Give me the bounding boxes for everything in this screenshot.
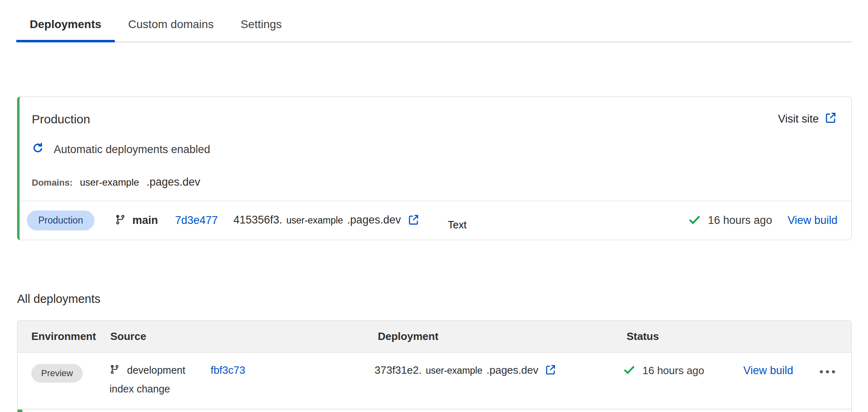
column-header-source: Source — [97, 330, 365, 343]
production-deployment-row: Production main 7d3e477 415356f3. user-e… — [20, 201, 851, 240]
view-build-link[interactable]: View build — [787, 214, 837, 227]
next-row-green-indicator — [18, 410, 22, 412]
environment-badge-production: Production — [27, 210, 94, 230]
domain-name: user-example — [80, 177, 139, 188]
deployment-url-prefix: 415356f3. — [233, 214, 282, 226]
column-header-environment: Environment — [18, 330, 97, 343]
tab-custom-domains[interactable]: Custom domains — [115, 7, 227, 42]
deployment-url-name: user-example — [426, 365, 482, 376]
deployment-time: 16 hours ago — [642, 364, 704, 377]
branch-name: main — [132, 214, 158, 227]
tab-custom-domains-label: Custom domains — [128, 18, 214, 31]
commit-link[interactable]: fbf3c73 — [210, 364, 245, 377]
git-branch-icon — [110, 364, 120, 376]
text-annotation: Text — [448, 219, 467, 231]
tab-deployments[interactable]: Deployments — [16, 7, 115, 42]
git-branch-icon — [115, 214, 126, 227]
tab-settings[interactable]: Settings — [227, 7, 295, 42]
visit-site-link[interactable]: Visit site — [778, 112, 837, 127]
table-header-row: Environment Source Deployment Status — [18, 321, 851, 353]
domain-suffix: .pages.dev — [147, 176, 200, 188]
table-row: Preview development fbf3c73 index change… — [18, 353, 851, 395]
branch-name: development — [127, 364, 185, 376]
external-link-icon — [824, 112, 837, 127]
more-options-button[interactable]: ••• — [820, 364, 837, 377]
success-check-icon — [688, 214, 701, 228]
deployment-url-name: user-example — [286, 215, 343, 226]
tab-bar: Deployments Custom domains Settings — [16, 0, 852, 42]
view-build-link[interactable]: View build — [743, 364, 793, 377]
commit-link[interactable]: 7d3e477 — [175, 214, 218, 227]
row-divider — [22, 409, 851, 410]
deployment-url-prefix: 373f31e2. — [375, 364, 422, 377]
deployment-time: 16 hours ago — [708, 214, 772, 227]
production-card-title: Production — [32, 112, 90, 126]
visit-site-label: Visit site — [778, 113, 819, 125]
external-link-icon[interactable] — [408, 214, 419, 227]
production-card: Production Visit site Automat — [17, 96, 852, 240]
deployment-url-suffix: .pages.dev — [487, 364, 538, 377]
column-header-status: Status — [614, 330, 851, 343]
commit-message: index change — [110, 383, 365, 395]
deployments-table: Environment Source Deployment Status Pre… — [17, 320, 852, 412]
external-link-icon[interactable] — [545, 364, 556, 377]
auto-deploy-status-text: Automatic deployments enabled — [54, 143, 210, 156]
column-header-deployment: Deployment — [365, 330, 614, 343]
tab-deployments-label: Deployments — [30, 18, 101, 31]
tab-settings-label: Settings — [241, 18, 282, 31]
refresh-icon — [32, 142, 44, 157]
deployment-url-suffix: .pages.dev — [347, 214, 401, 226]
success-check-icon — [623, 364, 635, 377]
domains-label: Domains: — [32, 178, 72, 188]
all-deployments-title: All deployments — [17, 292, 101, 306]
environment-badge-preview: Preview — [31, 364, 83, 383]
